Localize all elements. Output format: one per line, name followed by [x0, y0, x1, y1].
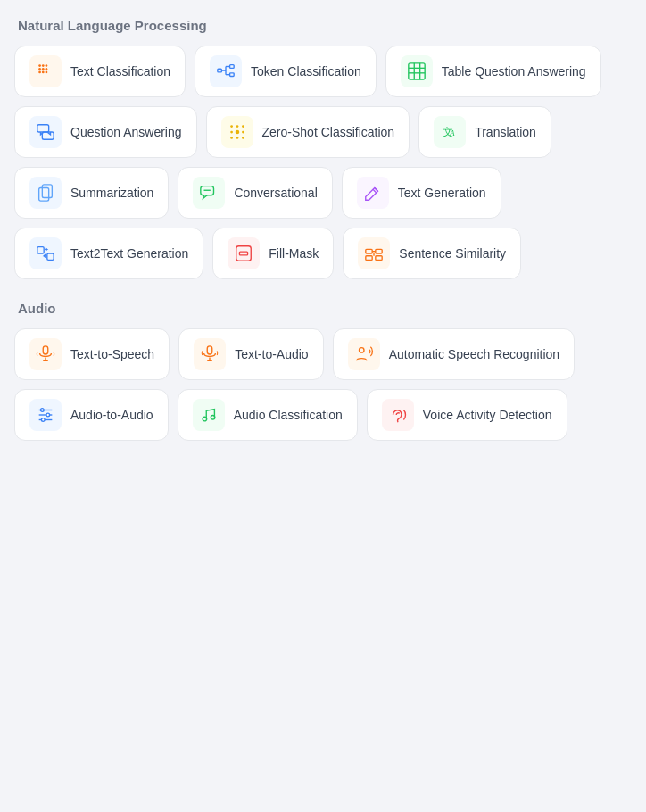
audio-chips: Text-to-Speech Text-to-Audio Automatic S…	[14, 328, 632, 441]
nlp-section: Natural Language Processing Text Classif…	[14, 18, 632, 279]
chip-fill-mask[interactable]: Fill-Mask	[212, 228, 334, 279]
summarization-icon-box	[29, 177, 62, 209]
qa-label: Question Answering	[70, 125, 182, 139]
text-gen-icon-box	[357, 177, 389, 209]
qa-icon-box	[29, 116, 62, 148]
zero-shot-label: Zero-Shot Classification	[262, 125, 395, 139]
chip-summarization[interactable]: Summarization	[14, 167, 169, 219]
token-classification-icon-box	[210, 55, 242, 87]
audio-section-title: Audio	[14, 301, 632, 316]
chip-audio-classification[interactable]: Audio Classification	[178, 389, 358, 441]
text-classification-icon-box	[29, 55, 62, 87]
conversational-label: Conversational	[234, 186, 317, 200]
nlp-chips: Text Classification Token Classification…	[14, 46, 632, 279]
vad-label: Voice Activity Detection	[423, 408, 552, 422]
chip-text-to-speech[interactable]: Text-to-Speech	[14, 328, 170, 380]
chip-sentence-similarity[interactable]: Sentence Similarity	[343, 228, 521, 279]
chip-translation[interactable]: Translation	[418, 106, 551, 158]
asr-icon-box	[348, 338, 380, 370]
translation-label: Translation	[475, 125, 536, 139]
chip-voice-activity[interactable]: Voice Activity Detection	[367, 389, 567, 441]
translation-icon-box	[434, 116, 466, 148]
tts-icon-box	[29, 338, 62, 370]
chip-text-generation[interactable]: Text Generation	[342, 167, 501, 219]
chip-text-to-audio[interactable]: Text-to-Audio	[178, 328, 323, 380]
fill-mask-label: Fill-Mask	[269, 246, 319, 261]
audio-cls-label: Audio Classification	[234, 408, 343, 422]
asr-label: Automatic Speech Recognition	[389, 347, 559, 361]
table-qa-icon-box	[401, 55, 433, 87]
text2text-label: Text2Text Generation	[70, 246, 188, 261]
sentence-sim-label: Sentence Similarity	[399, 246, 506, 261]
ata-icon-box	[29, 399, 62, 431]
token-classification-label: Token Classification	[251, 64, 361, 79]
vad-icon-box	[382, 399, 414, 431]
chip-audio-to-audio[interactable]: Audio-to-Audio	[14, 389, 169, 441]
ata-label: Audio-to-Audio	[70, 408, 153, 422]
chip-question-answering[interactable]: Question Answering	[14, 106, 197, 158]
chip-token-classification[interactable]: Token Classification	[195, 46, 377, 97]
fill-mask-icon-box	[228, 237, 260, 269]
chip-text2text-generation[interactable]: Text2Text Generation	[14, 228, 203, 279]
chip-zero-shot[interactable]: Zero-Shot Classification	[206, 106, 410, 158]
text2text-icon-box	[29, 237, 62, 269]
text-gen-label: Text Generation	[398, 186, 486, 200]
chip-conversational[interactable]: Conversational	[178, 167, 332, 219]
audio-section: Audio Text-to-Speech Text-to-Audio	[14, 301, 632, 441]
nlp-section-title: Natural Language Processing	[14, 18, 632, 33]
zero-shot-icon-box	[221, 116, 253, 148]
chip-table-question-answering[interactable]: Table Question Answering	[385, 46, 601, 97]
page-container: Natural Language Processing Text Classif…	[14, 18, 632, 441]
tta-icon-box	[194, 338, 226, 370]
conversational-icon-box	[193, 177, 225, 209]
chip-text-classification[interactable]: Text Classification	[14, 46, 186, 97]
text-classification-label: Text Classification	[70, 64, 170, 79]
tts-label: Text-to-Speech	[70, 347, 154, 361]
audio-cls-icon-box	[193, 399, 225, 431]
table-qa-label: Table Question Answering	[442, 64, 586, 79]
summarization-label: Summarization	[70, 186, 153, 200]
sentence-sim-icon-box	[358, 237, 390, 269]
chip-asr[interactable]: Automatic Speech Recognition	[333, 328, 575, 380]
tta-label: Text-to-Audio	[235, 347, 308, 361]
